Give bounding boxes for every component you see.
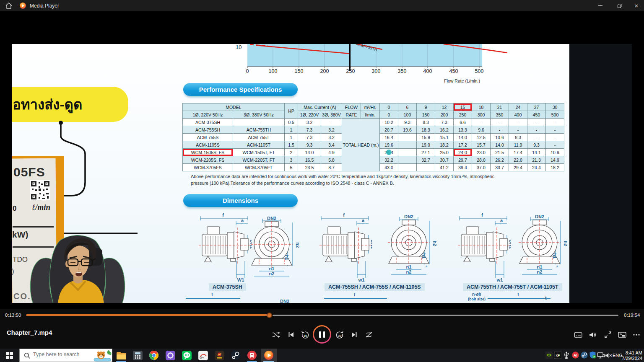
spec-table-cell: 23.5: [298, 164, 321, 171]
spec-table-cell: 300: [472, 111, 491, 119]
spec-table-cell: -: [546, 134, 564, 141]
spec-table-cell: 28.0: [472, 156, 491, 164]
tray-xp-pen-icon[interactable]: XP: [554, 352, 561, 359]
tray-nvidia-icon[interactable]: [545, 352, 553, 359]
spec-table-cell: ACM-755T: [233, 134, 285, 141]
search-input[interactable]: [33, 352, 91, 357]
spec-table-cell: 22.0: [509, 156, 527, 164]
dim-label-f: f: [354, 292, 356, 297]
spec-table-cell: 13.3: [454, 126, 472, 134]
spec-table-cell: 100: [398, 111, 417, 119]
spec-table-cell: 15.9: [417, 134, 435, 141]
taskbar: XP A! ENG 8:41 AM 7/29/2024: [0, 349, 644, 362]
drawing-caption: ACM-375SH: [209, 283, 246, 291]
spec-table-cell: 14.1: [527, 149, 546, 156]
spec-table-cell: 1: [285, 126, 298, 134]
svg-text:XP: XP: [556, 354, 560, 357]
spec-table-cell: 1Ø, 220V 50Hz: [183, 111, 233, 119]
spec-table-cell: ACM-755S: [183, 134, 233, 141]
svg-text:h2: h2: [563, 241, 567, 246]
seek-handle[interactable]: [267, 313, 272, 318]
media-filename: Chapter_7.mp4: [7, 329, 52, 336]
svg-text:DN1: DN1: [509, 240, 511, 249]
taskbar-steam-icon[interactable]: [231, 350, 241, 360]
taskbar-line-icon[interactable]: [182, 350, 192, 360]
spec-table-cell: 7.3: [435, 119, 454, 126]
tray-windows-security-icon[interactable]: [589, 351, 596, 359]
taskbar-snip-app-icon[interactable]: [198, 350, 208, 360]
fullscreen-icon[interactable]: [603, 331, 613, 339]
search-box[interactable]: [19, 349, 112, 362]
taskbar-cafe-app-icon[interactable]: [214, 350, 224, 360]
spec-table-cell: 3.4: [321, 141, 342, 149]
start-button[interactable]: [6, 352, 13, 361]
x-tick-label: 0: [238, 68, 257, 74]
tiger-graphic: [93, 350, 112, 362]
subtitles-icon[interactable]: [573, 331, 583, 339]
drawing-caption: ACM-755SH / ACM-755S / ACM-1105S: [325, 283, 425, 291]
x-tick-label: 150: [290, 68, 308, 74]
tray-display-icon[interactable]: [597, 352, 605, 359]
spec-table-cell: -: [546, 119, 564, 126]
taskbar-media-player-active-tile[interactable]: [261, 349, 277, 362]
pause-button[interactable]: [313, 325, 331, 344]
tray-steam-icon[interactable]: [581, 352, 588, 359]
spec-table-cell: 24.0: [454, 149, 472, 156]
spec-table-cell: 5: [285, 164, 298, 171]
spec-table-cell: 150: [417, 111, 435, 119]
tray-usb-icon[interactable]: [563, 351, 570, 359]
spec-table-cell: -: [527, 119, 546, 126]
shuffle-icon[interactable]: [271, 331, 281, 339]
spec-table-cell: -: [527, 134, 546, 141]
spec-table-cell: 23.0: [472, 149, 491, 156]
spec-table-cell: 350: [491, 111, 509, 119]
tray-clock[interactable]: 8:41 AM 7/29/2024: [621, 350, 642, 361]
taskbar-calculator-icon[interactable]: [132, 350, 143, 360]
restore-button[interactable]: [610, 0, 629, 11]
seek-bar[interactable]: [26, 313, 618, 317]
dim-label-dn2: DN2: [280, 299, 289, 303]
home-icon[interactable]: [5, 3, 12, 10]
spec-table-cell: 9.6: [472, 126, 491, 134]
volume-icon[interactable]: [588, 331, 598, 339]
spec-table-cell: 43.0: [380, 164, 398, 171]
taskbar-red-badge-app-icon[interactable]: [247, 350, 257, 360]
pointer-dot: [386, 150, 392, 155]
x-tick-label: 400: [418, 68, 437, 74]
next-track-icon[interactable]: [349, 331, 359, 339]
spec-table-cell: m³/Hr.: [361, 103, 380, 111]
repeat-off-icon[interactable]: [364, 331, 374, 339]
spec-table-cell: 3.2: [321, 134, 342, 141]
more-options-icon[interactable]: [631, 331, 641, 339]
svg-text:n2: n2: [269, 271, 275, 276]
drawing-caption: ACM-755TH / ACM-755T / ACM-1105T: [463, 283, 562, 291]
skip-back-10-icon[interactable]: 10: [300, 331, 310, 339]
pump-drawing: faDN1w1: [318, 212, 372, 284]
slide-dark-margin: [569, 44, 632, 303]
pump-drawing: DN2h2h1n1n2s: [386, 215, 436, 285]
taskbar-purple-ring-app-icon[interactable]: [165, 350, 175, 360]
minimize-button[interactable]: [591, 0, 610, 11]
spec-table-cell: [398, 156, 417, 164]
x-tick-label: 450: [444, 68, 463, 74]
spec-table-cell: 17.4: [509, 149, 527, 156]
mini-player-icon[interactable]: [617, 331, 627, 339]
media-player-logo-icon: [20, 3, 26, 9]
player-controls: 0:13:50 0:19:54 Chapter_7.mp4 10 30: [0, 309, 644, 349]
spec-table-cell: 0: [380, 103, 398, 111]
spec-table-cell: 1Ø, 220V: [298, 111, 321, 119]
close-button[interactable]: ×: [627, 0, 644, 11]
tray-red-alert-icon[interactable]: A!: [572, 352, 579, 359]
dim-label-boltsize: (bolt size): [468, 297, 486, 301]
taskbar-chrome-icon[interactable]: [149, 350, 159, 360]
skip-forward-30-icon[interactable]: 30: [335, 331, 345, 339]
spec-table-cell: 9: [417, 103, 435, 111]
taskbar-file-explorer-icon[interactable]: [116, 350, 126, 360]
tray-volume-muted-icon[interactable]: [605, 352, 613, 359]
spec-table-cell: 10.6: [491, 134, 509, 141]
svg-text:DN2: DN2: [267, 217, 276, 221]
titlebar: Media Player ×: [0, 0, 644, 11]
x-tick-label: 500: [470, 68, 488, 74]
previous-track-icon[interactable]: [286, 331, 296, 339]
video-viewport[interactable]: 10 ACM-755TH 010015020025030035040045050…: [12, 44, 632, 303]
